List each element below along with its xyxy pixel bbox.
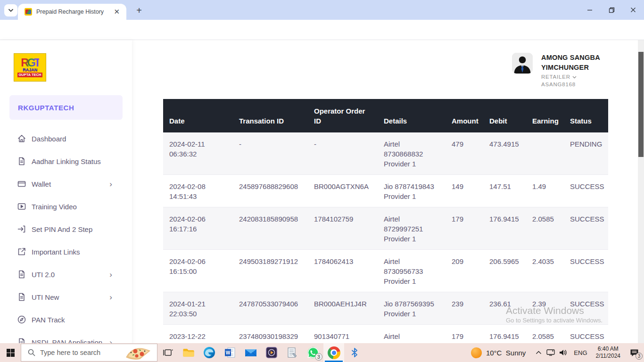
logo-line2: RAJAN: [23, 68, 37, 72]
cell-details: Jio 8787569395Provider 1: [384, 292, 452, 324]
cell-operator-order-id: -: [314, 132, 384, 155]
browser-tab[interactable]: Prepaid Recharge History ✕: [18, 4, 126, 20]
chevron-right-icon: ›: [109, 271, 112, 279]
cell-status: SUCCESS: [570, 207, 611, 230]
taskbar-search-box[interactable]: Type here to search: [21, 344, 157, 362]
user-id: ASANG8168: [541, 82, 576, 88]
volume-button[interactable]: [557, 343, 569, 362]
user-avatar: [512, 53, 533, 74]
sidebar-item-uti-new[interactable]: UTI New ›: [0, 286, 132, 308]
sidebar-item-aadhar-linking-status[interactable]: Aadhar Linking Status: [0, 150, 132, 173]
notes-icon: [287, 347, 298, 358]
cell-amount: 239: [452, 292, 489, 314]
clock[interactable]: 6:40 AM 2/11/2024: [592, 346, 625, 360]
login-icon: [17, 224, 26, 234]
tab-close-icon[interactable]: ✕: [112, 8, 122, 16]
sidebar-item-uti-20[interactable]: UTI 2.0 ›: [0, 263, 132, 286]
file-explorer-button[interactable]: [178, 343, 199, 362]
main-content: AMONG SANGBA YIMCHUNGER RETAILER ASANG81…: [132, 40, 638, 362]
sidebar-item-wallet[interactable]: Wallet ›: [0, 173, 132, 195]
sidebar-item-set-pin[interactable]: Set PIN And 2 Step: [0, 218, 132, 240]
cell-time: 06:36:32: [169, 149, 232, 159]
task-view-button[interactable]: [157, 343, 178, 362]
sidebar-item-training-video[interactable]: Training Video: [0, 195, 132, 218]
sidebar-item-pan-track[interactable]: PAN Track: [0, 308, 132, 331]
sidebar-nav: Dashboard Aadhar Linking Status Wallet ›…: [0, 127, 132, 354]
logo-main-text: RGT: [21, 58, 39, 68]
sidebar-item-important-links[interactable]: Important Links: [0, 240, 132, 263]
table-row: 2024-02-0814:51:43 245897688829608 BR000…: [163, 175, 608, 207]
cell-operator-order-id: 1784062413: [314, 250, 384, 272]
table-row: 2024-02-0616:15:00 249503189271912 17840…: [163, 250, 608, 292]
start-button[interactable]: [0, 343, 21, 362]
mail-icon: [245, 347, 257, 358]
cell-time: 14:51:43: [169, 191, 232, 201]
external-link-icon: [17, 247, 26, 256]
document-icon: [17, 270, 26, 279]
sidebar-item-dashboard[interactable]: Dashboard: [0, 127, 132, 150]
notification-center-button[interactable]: 3: [624, 343, 644, 362]
browser-tab-strip: Prepaid Recharge History ✕ +: [0, 0, 644, 20]
company-logo[interactable]: RGT RAJAN GUPTA TECH: [14, 53, 46, 82]
search-icon: [28, 349, 35, 356]
word-button[interactable]: W: [220, 343, 240, 362]
cell-date: 2024-02-06: [169, 214, 232, 224]
edge-icon: [203, 346, 215, 359]
cell-debit: 176.9415: [489, 207, 532, 230]
mail-button[interactable]: [240, 343, 261, 362]
video-icon: [17, 202, 26, 211]
monitor-icon: [546, 349, 555, 356]
tray-expand-button[interactable]: [532, 343, 545, 362]
column-header-amount: Amount: [452, 116, 489, 132]
tab-search-button[interactable]: [4, 4, 17, 16]
edge-button[interactable]: [199, 343, 220, 362]
new-tab-button[interactable]: +: [133, 5, 145, 17]
window-controls: [579, 0, 644, 20]
media-player-button[interactable]: [261, 343, 282, 362]
window-close-button[interactable]: [622, 0, 644, 20]
logo-line3: GUPTA TECH: [17, 73, 43, 77]
word-icon: W: [224, 347, 236, 358]
cell-transaction-id: 242083185890958: [239, 207, 314, 230]
site-favicon-icon: [25, 8, 32, 16]
cell-transaction-id: -: [239, 132, 314, 155]
cell-status: SUCCESS: [570, 250, 611, 272]
user-name-line1: AMONG SANGBA: [541, 53, 603, 63]
scrollbar-thumb[interactable]: [638, 52, 644, 157]
weather-sun-icon[interactable]: [471, 347, 482, 358]
cell-time: 16:17:16: [169, 224, 232, 234]
windows-logo-icon: [7, 349, 15, 357]
whatsapp-button[interactable]: 3: [303, 343, 323, 362]
window-minimize-button[interactable]: [579, 0, 601, 20]
column-header-date: Date: [169, 116, 239, 132]
chrome-icon: [328, 346, 340, 359]
display-cast-button[interactable]: [545, 343, 557, 362]
cell-status: SUCCESS: [570, 292, 611, 314]
weather-text[interactable]: 10°C Sunny: [486, 349, 526, 357]
tray-date: 2/11/2024: [596, 353, 621, 359]
bluetooth-button[interactable]: [344, 343, 365, 362]
column-header-status: Status: [570, 116, 608, 132]
taskbar: Type here to search W 3: [0, 343, 644, 362]
cell-earning: 2.4035: [532, 250, 570, 272]
media-player-icon: [266, 347, 277, 358]
chevron-up-icon: [536, 351, 542, 354]
search-placeholder: Type here to search: [40, 349, 124, 356]
user-role: RETAILER: [541, 74, 570, 80]
language-indicator[interactable]: ENG: [569, 349, 592, 356]
column-header-earning: Earning: [532, 116, 570, 132]
page-scrollbar[interactable]: [638, 40, 644, 362]
cell-time: 16:15:00: [169, 266, 232, 276]
chevron-down-icon[interactable]: [572, 76, 577, 79]
chrome-button[interactable]: [323, 343, 344, 362]
cell-operator-order-id: BR000AEH1J4R: [314, 292, 384, 314]
table-row: 2024-02-1106:36:32 - - Airtel8730868832P…: [163, 132, 608, 175]
cell-amount: 179: [452, 207, 489, 230]
column-header-transaction-id: Transation ID: [239, 116, 314, 132]
notification-badge: 3: [636, 353, 643, 360]
window-restore-button[interactable]: [601, 0, 622, 20]
browser-toolbar: rknsdl.onlinepsa.com/dashboard/prepaid-r…: [0, 20, 644, 40]
user-profile[interactable]: AMONG SANGBA YIMCHUNGER RETAILER ASANG81…: [512, 53, 603, 88]
brand-name: RKGUPTATECH: [18, 104, 74, 112]
notes-button[interactable]: [282, 343, 303, 362]
